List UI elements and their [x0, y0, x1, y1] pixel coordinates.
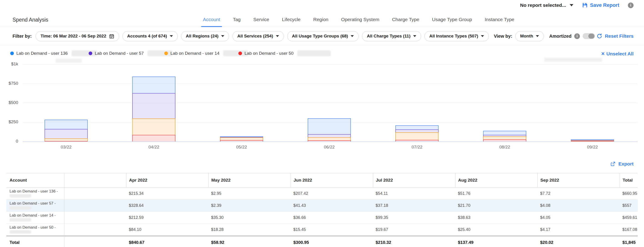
save-report-button[interactable]: Save Report — [582, 2, 619, 8]
export-icon — [610, 161, 616, 167]
amortized-label: Amortized — [549, 34, 572, 39]
bar-segment-lab-on-demand-user-50[interactable] — [308, 140, 351, 141]
bar-08-22[interactable] — [483, 131, 526, 141]
bar-05-22[interactable] — [220, 136, 263, 141]
report-selector[interactable]: No report selected... — [520, 2, 573, 8]
bar-segment-lab-on-demand-user-136[interactable] — [483, 131, 526, 135]
column-header-account: Account — [6, 173, 126, 187]
column-header-jul-2022: Jul 2022 — [373, 173, 455, 187]
bar-segment-lab-on-demand-user-50[interactable] — [571, 141, 614, 141]
spend-chart: $1k$750$500$250003/2204/2205/2206/2207/2… — [23, 64, 638, 142]
column-header-may-2022: May 2022 — [208, 173, 291, 187]
filter-pill-all-usage-type-groups-68[interactable]: All Usage Type Groups (68) — [287, 31, 359, 41]
bar-segment-lab-on-demand-user-57[interactable] — [483, 135, 526, 136]
tab-region[interactable]: Region — [311, 12, 330, 27]
spend-table: AccountApr 2022May 2022Jun 2022Jul 2022A… — [6, 173, 638, 247]
x-axis-tick-label: 04/22 — [148, 145, 159, 150]
bar-segment-lab-on-demand-user-50[interactable] — [44, 141, 88, 141]
value-cell: $7.72 — [538, 191, 620, 196]
value-cell: $212.59 — [126, 215, 208, 220]
bar-07-22[interactable] — [396, 125, 438, 141]
bar-segment-lab-on-demand-user-136[interactable] — [132, 76, 176, 93]
total-value-cell: $840.67 — [126, 240, 208, 245]
unselect-all-button[interactable]: Unselect All — [601, 51, 634, 56]
filter-pill-accounts-4-of-674[interactable]: Accounts 4 (of 674) — [122, 31, 178, 41]
bar-segment-lab-on-demand-user-14[interactable] — [396, 132, 438, 140]
chevron-down-icon — [481, 35, 484, 37]
redacted-text — [10, 206, 31, 210]
bar-segment-lab-on-demand-user-57[interactable] — [396, 129, 438, 132]
legend-item-lab-on-demand-user-136[interactable]: Lab on Demand - user 136 — [10, 50, 97, 56]
account-cell: Lab on Demand - user 57 - — [6, 201, 126, 210]
value-cell: $2.95 — [208, 191, 291, 196]
value-cell: $4.05 — [538, 215, 620, 220]
value-cell: $18.28 — [208, 227, 291, 232]
tab-account[interactable]: Account — [201, 12, 222, 27]
bar-segment-lab-on-demand-user-14[interactable] — [483, 136, 526, 139]
bar-segment-lab-on-demand-user-14[interactable] — [44, 138, 88, 141]
table-row: Lab on Demand - user 136 -$215.34$2.95$2… — [6, 188, 638, 200]
bar-segment-lab-on-demand-user-14[interactable] — [132, 119, 176, 135]
bar-segment-lab-on-demand-user-50[interactable] — [132, 135, 176, 141]
bar-04-22[interactable] — [132, 76, 176, 141]
bar-segment-lab-on-demand-user-50[interactable] — [396, 140, 438, 141]
tab-tag[interactable]: Tag — [231, 12, 242, 27]
info-icon[interactable] — [574, 33, 580, 39]
bar-segment-lab-on-demand-user-14[interactable] — [308, 137, 351, 140]
legend-item-lab-on-demand-user-57[interactable]: Lab on Demand - user 57 — [88, 50, 172, 56]
chevron-down-icon — [276, 35, 279, 37]
bar-segment-lab-on-demand-user-136[interactable] — [396, 125, 438, 129]
spend-analysis-page: No report selected... Save Report Spend … — [0, 0, 644, 247]
bar-09-22[interactable] — [571, 139, 614, 141]
redacted-text — [544, 58, 602, 62]
legend-dot — [88, 51, 92, 55]
bar-segment-lab-on-demand-user-136[interactable] — [308, 118, 351, 134]
bar-segment-lab-on-demand-user-57[interactable] — [132, 93, 176, 119]
legend-label: Lab on Demand - user 14 — [170, 51, 219, 56]
total-value-cell: $300.95 — [291, 240, 373, 245]
legend-dot — [10, 51, 14, 55]
filter-pill-all-instance-types-507[interactable]: All Instance Types (507) — [424, 31, 489, 41]
report-selector-label: No report selected... — [520, 2, 566, 8]
tab-lifecycle[interactable]: Lifecycle — [280, 12, 302, 27]
tab-service[interactable]: Service — [252, 12, 271, 27]
value-cell: $41.43 — [291, 203, 373, 208]
value-cell: $25.40 — [455, 227, 538, 232]
value-cell: $2.39 — [208, 203, 291, 208]
amortized-toggle[interactable] — [583, 33, 595, 39]
bar-03-22[interactable] — [44, 120, 88, 141]
bar-segment-lab-on-demand-user-57[interactable] — [44, 129, 88, 138]
filter-pill-all-services-254[interactable]: All Services (254) — [232, 31, 284, 41]
filter-pill-all-regions-24[interactable]: All Regions (24) — [181, 31, 229, 41]
bar-segment-lab-on-demand-user-50[interactable] — [220, 140, 263, 141]
bar-segment-lab-on-demand-user-136[interactable] — [44, 120, 88, 129]
bar-segment-lab-on-demand-user-50[interactable] — [483, 139, 526, 141]
tab-instance-type[interactable]: Instance Type — [483, 12, 516, 27]
bar-segment-lab-on-demand-user-14[interactable] — [220, 137, 263, 140]
filter-pill-time-06-mar-2022-06-sep-2022[interactable]: Time: 06 Mar 2022 - 06 Sep 2022 — [36, 31, 119, 41]
x-axis-tick-label: 08/22 — [499, 145, 510, 150]
filter-pill-all-charge-types-11[interactable]: All Charge Types (11) — [362, 31, 421, 41]
account-name: Lab on Demand - user 136 - — [10, 189, 126, 194]
y-axis-tick-label: $500 — [9, 100, 18, 105]
view-by-dropdown[interactable]: Month — [516, 31, 544, 41]
redacted-text — [10, 230, 31, 234]
table-row: Lab on Demand - user 14 -$212.59$35.30$3… — [6, 212, 638, 224]
legend-item-lab-on-demand-user-50[interactable]: Lab on Demand - user 50 — [238, 50, 331, 56]
chevron-down-icon — [351, 35, 354, 37]
tab-operating-system[interactable]: Operating System — [339, 12, 381, 27]
bar-06-22[interactable] — [308, 118, 351, 141]
x-axis-tick-label: 03/22 — [61, 145, 72, 150]
legend-item-lab-on-demand-user-14[interactable]: Lab on Demand - user 14 — [164, 50, 248, 56]
tab-charge-type[interactable]: Charge Type — [390, 12, 421, 27]
reset-filters-button[interactable]: Reset Filters — [597, 33, 634, 39]
filter-pill-label: Accounts 4 (of 674) — [127, 34, 167, 39]
table-header: AccountApr 2022May 2022Jun 2022Jul 2022A… — [6, 173, 638, 188]
info-icon[interactable] — [628, 2, 634, 8]
redacted-text — [297, 50, 331, 56]
save-report-label: Save Report — [590, 2, 619, 8]
total-value-cell: $20.02 — [538, 240, 620, 245]
bar-segment-lab-on-demand-user-57[interactable] — [308, 134, 351, 137]
tab-usage-type-group[interactable]: Usage Type Group — [430, 12, 474, 27]
export-button[interactable]: Export — [610, 161, 634, 167]
